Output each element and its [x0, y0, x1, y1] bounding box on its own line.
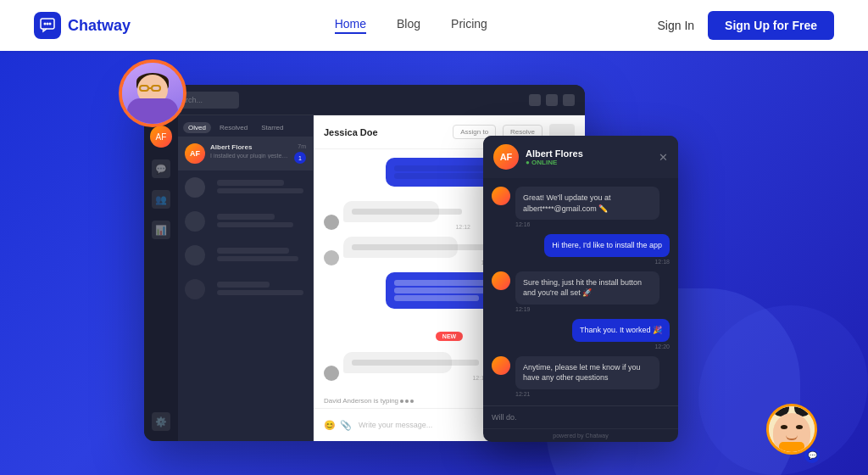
tab-solved[interactable]: Olved	[183, 122, 211, 133]
msg-avatar-5	[324, 366, 339, 381]
popup-user-info: Albert Flores ● ONLINE	[526, 148, 652, 166]
skeleton-name-1	[217, 180, 284, 186]
popup-avatar: AF	[493, 144, 519, 170]
new-badge-label: NEW	[436, 332, 463, 341]
msg-5: 12:16	[343, 352, 487, 381]
convo-item-skeleton-2[interactable]	[178, 204, 313, 238]
convo-info-albert: Albert Flores I installed your plugin ye…	[210, 143, 289, 159]
nav-links: Home Blog Pricing	[164, 17, 657, 34]
popup-bubble-4: Thank you. It worked 🎉	[572, 319, 670, 342]
nav-blog[interactable]: Blog	[397, 17, 420, 34]
typing-dots	[400, 400, 414, 403]
skeleton-avatar-4	[185, 279, 205, 299]
convo-tabs: Olved Resolved Starred	[178, 115, 313, 137]
convo-item-active[interactable]: AF Albert Flores I installed your plugin…	[178, 137, 313, 170]
icon-sidebar: AF 💬 👥 📊 ⚙️	[144, 115, 178, 441]
popup-bubble-1: Great! We'll update you at albert****@gm…	[515, 187, 659, 220]
tab-starred[interactable]: Starred	[256, 122, 288, 133]
window-icon-3[interactable]	[563, 94, 575, 106]
popup-msg-4: Thank you. It worked 🎉 12:20	[492, 319, 670, 349]
signin-button[interactable]: Sign In	[658, 19, 695, 32]
dot-3	[410, 400, 414, 403]
nav-home[interactable]: Home	[335, 17, 366, 34]
sidebar-users-icon[interactable]: 👥	[152, 190, 170, 209]
chat-input-icons: 😊 📎	[324, 420, 352, 431]
skeleton-content-4	[210, 279, 306, 298]
popup-msg-time-3: 12:19	[515, 306, 659, 312]
sidebar-user-avatar: AF	[150, 126, 172, 148]
msg-skeleton-2	[352, 209, 462, 215]
popup-messages: Great! We'll update you at albert****@gm…	[483, 178, 678, 405]
skeleton-avatar-2	[185, 211, 205, 232]
convo-avatar-albert: AF	[185, 143, 205, 164]
convo-item-skeleton-3[interactable]	[178, 238, 313, 272]
nav-pricing[interactable]: Pricing	[451, 17, 487, 34]
popup-msg-5: Anytime, please let me know if you have …	[492, 356, 670, 397]
skeleton-preview-4	[217, 290, 303, 295]
chat-input-placeholder[interactable]: Write your message...	[359, 421, 494, 429]
skeleton-content-1	[210, 177, 306, 196]
small-avatar-widget[interactable]	[766, 404, 817, 455]
msg-avatar-2	[324, 215, 339, 230]
popup-msg-3: Sure thing, just hit the install button …	[492, 271, 670, 312]
popup-close-button[interactable]: ✕	[659, 151, 668, 164]
msg-skeleton-1b	[394, 173, 496, 179]
window-topbar: 🔍 Search...	[144, 85, 585, 115]
msg-skeleton-4c	[394, 295, 479, 301]
nav-logo[interactable]: Chatway	[34, 12, 131, 39]
msg-time-5: 12:16	[343, 375, 487, 381]
popup-powered-by: powered by Chatway	[483, 428, 678, 442]
convo-time: 7m	[298, 143, 306, 149]
skeleton-content-3	[210, 245, 306, 264]
popup-msg-content-4: Thank you. It worked 🎉 12:20	[572, 319, 670, 349]
popup-header: AF Albert Flores ● ONLINE ✕	[483, 136, 678, 178]
conversation-list: Olved Resolved Starred AF Albert Flores …	[178, 115, 314, 441]
popup-msg-content-3: Sure thing, just hit the install button …	[515, 271, 659, 312]
msg-avatar-3	[324, 250, 339, 265]
convo-item-skeleton-4[interactable]	[178, 272, 313, 306]
popup-bubble-2: Hi there, I'd like to install the app	[544, 234, 670, 257]
popup-user-status: ● ONLINE	[526, 159, 652, 166]
msg-2: 12:12	[343, 201, 470, 230]
popup-msg-2: Hi there, I'd like to install the app 12…	[492, 234, 670, 265]
skeleton-preview-2	[217, 222, 293, 227]
popup-msg-time-5: 12:21	[515, 391, 659, 397]
msg-bubble-2	[343, 201, 439, 222]
msg-time-3: 12:13	[343, 260, 496, 265]
dot-1	[400, 400, 403, 403]
svg-point-3	[49, 23, 52, 25]
msg-skeleton-3	[352, 244, 487, 250]
window-icons	[529, 94, 575, 106]
skeleton-avatar-3	[185, 245, 205, 265]
popup-msg-time-4: 12:20	[572, 344, 670, 349]
popup-bubble-5: Anytime, please let me know if you have …	[515, 356, 659, 389]
signup-button[interactable]: Sign Up for Free	[708, 11, 834, 40]
emoji-icon[interactable]: 😊	[324, 420, 336, 431]
convo-preview: I installed your plugin yesterday and...	[210, 153, 289, 159]
popup-msg-content-1: Great! We'll update you at albert****@gm…	[515, 187, 659, 227]
window-icon-1[interactable]	[529, 94, 541, 106]
chat-bubble-icon[interactable]: 💬	[804, 448, 820, 463]
dot-2	[405, 400, 409, 403]
sidebar-stats-icon[interactable]: 📊	[152, 221, 170, 239]
convo-item-skeleton-1[interactable]	[178, 170, 313, 204]
svg-point-2	[47, 23, 49, 25]
convo-name: Albert Flores	[210, 143, 289, 151]
skeleton-preview-1	[217, 188, 303, 193]
skeleton-content-2	[210, 211, 306, 230]
convo-right: 7m 1	[294, 143, 306, 164]
window-icon-2[interactable]	[546, 94, 558, 106]
attach-icon[interactable]: 📎	[340, 420, 352, 431]
sidebar-chat-icon[interactable]: 💬	[152, 159, 170, 178]
popup-reply-text[interactable]: Will do.	[492, 413, 670, 422]
sidebar-settings-icon[interactable]: ⚙️	[152, 412, 170, 431]
chat-active-user: Jessica Doe	[324, 127, 446, 137]
msg-3: 12:13	[343, 237, 496, 265]
nav-actions: Sign In Sign Up for Free	[658, 11, 835, 40]
tab-resolved[interactable]: Resolved	[214, 122, 253, 133]
popup-msg-avatar-1	[492, 187, 510, 205]
skeleton-avatar-1	[185, 177, 205, 198]
main-content: 🔍 Search... AF 💬 👥 📊 ⚙️	[0, 51, 868, 475]
skeleton-name-2	[217, 214, 275, 220]
msg-bubble-3	[343, 237, 458, 258]
